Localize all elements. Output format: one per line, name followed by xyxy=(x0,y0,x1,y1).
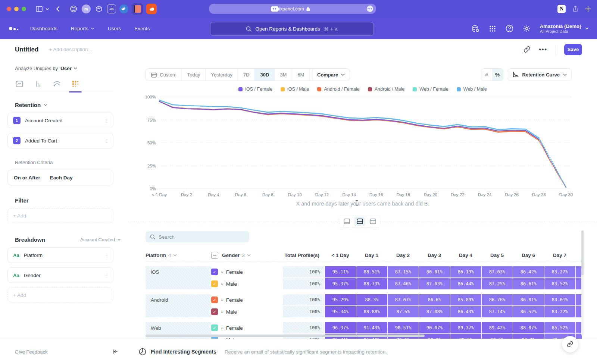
series-checkbox[interactable]: ✓ xyxy=(211,308,218,315)
retention-cell[interactable]: 90.07% xyxy=(419,322,450,333)
retention-cell[interactable]: 90.51% xyxy=(388,322,419,333)
retention-cell[interactable]: 83.01% xyxy=(544,294,575,305)
more-options-icon[interactable]: ⋮ xyxy=(104,273,109,278)
mixpanel-logo[interactable] xyxy=(9,27,18,30)
gender-cell[interactable]: ✓›Male xyxy=(211,306,283,317)
project-switcher[interactable]: Amazonia {Demo} All Project Data xyxy=(540,23,589,34)
criteria-on-or-after[interactable]: On or After xyxy=(14,175,40,181)
series-checkbox[interactable]: ✓ xyxy=(211,324,218,331)
range-6m[interactable]: 6M xyxy=(292,69,310,81)
save-button[interactable]: Save xyxy=(564,44,582,55)
more-options-icon[interactable]: ⋮ xyxy=(104,138,109,144)
browser-address-bar[interactable]: ●● mixpanel.com ••• xyxy=(209,4,376,14)
extensions-menu-icon[interactable]: ••• xyxy=(367,6,373,12)
m-app-icon[interactable]: m xyxy=(82,4,91,13)
split-view-button[interactable] xyxy=(354,217,365,226)
retention-cell[interactable]: 95.11% xyxy=(325,266,356,277)
retention-cell[interactable]: 88.51% xyxy=(356,266,387,277)
retention-cell[interactable]: 87.07% xyxy=(388,294,419,305)
more-options-icon[interactable]: ⋮ xyxy=(104,252,109,258)
gender-column-header[interactable]: Gender3 xyxy=(211,252,283,259)
platform-cell[interactable]: Android xyxy=(146,294,211,317)
retention-cell[interactable]: 88.88% xyxy=(356,306,387,317)
retention-section-header[interactable]: Retention xyxy=(15,102,121,108)
gender-cell[interactable]: ✓›Female xyxy=(211,266,283,277)
retention-step-1[interactable]: 1Account Created⋮ xyxy=(7,113,113,128)
retention-cell[interactable]: 86.61% xyxy=(513,278,544,289)
retention-cell[interactable]: 88.3% xyxy=(356,294,387,305)
day-column-header[interactable]: Day 4 xyxy=(450,252,481,258)
retention-cell[interactable]: 89.5% xyxy=(450,334,481,339)
total-profiles-column-header[interactable]: Total Profile(s) xyxy=(283,252,325,258)
retention-cell[interactable]: 86.76% xyxy=(482,294,513,305)
day-column-header[interactable]: Day 1 xyxy=(356,252,387,258)
data-management-icon[interactable] xyxy=(471,25,479,33)
retention-cell[interactable]: 86.44% xyxy=(450,278,481,289)
day-column-header[interactable]: Day 5 xyxy=(481,252,513,258)
range-7d[interactable]: 7D xyxy=(238,69,255,81)
nav-link-events[interactable]: Events xyxy=(134,26,150,31)
chart-only-view-button[interactable] xyxy=(341,217,352,226)
range-today[interactable]: Today xyxy=(182,69,206,81)
platform-cell[interactable]: iOS xyxy=(146,266,211,289)
day-column-header[interactable]: Day 2 xyxy=(387,252,419,258)
retention-cell[interactable]: 86.81% xyxy=(419,266,450,277)
gender-cell[interactable]: ✓›Male xyxy=(211,278,283,289)
find-interesting-segments-button[interactable]: Find Interesting Segments xyxy=(151,349,216,355)
nav-link-users[interactable]: Users xyxy=(108,26,121,31)
legend-item[interactable]: Android / Male xyxy=(368,87,405,92)
range-30d[interactable]: 30D xyxy=(255,69,275,81)
add-filter-button[interactable]: + Add xyxy=(7,208,113,223)
retention-cell[interactable]: 88.73% xyxy=(356,278,387,289)
select-all-checkbox[interactable] xyxy=(211,252,218,259)
tab-retention[interactable] xyxy=(71,79,80,88)
legend-item[interactable]: iOS / Male xyxy=(281,87,309,92)
day-column-header[interactable]: < 1 Day xyxy=(325,252,356,258)
retention-cell[interactable]: 83.22% xyxy=(544,306,575,317)
share-icon[interactable] xyxy=(572,6,578,12)
minimize-window-button[interactable] xyxy=(14,7,19,11)
expand-row-icon[interactable]: › xyxy=(221,282,223,286)
retention-cell[interactable]: 87.5% xyxy=(388,306,419,317)
retention-step-2[interactable]: 2Added To Cart⋮ xyxy=(7,133,113,148)
series-checkbox[interactable]: ✓ xyxy=(211,269,218,275)
retention-line-chart[interactable]: 100%75%50%25%0%< 1 DayDay 2Day 4Day 6Day… xyxy=(146,92,582,204)
collapse-sidebar-icon[interactable] xyxy=(112,349,118,354)
nav-link-dashboards[interactable]: Dashboards xyxy=(30,26,57,31)
retention-cell[interactable]: 88.2% xyxy=(513,334,544,339)
close-window-button[interactable] xyxy=(7,7,11,11)
gender-cell[interactable]: ✓›Female xyxy=(211,294,283,305)
retention-cell[interactable]: 86.01% xyxy=(513,294,544,305)
add-description-field[interactable]: + Add description... xyxy=(49,47,92,52)
retention-cell[interactable]: 96.37% xyxy=(325,322,356,333)
retention-cell[interactable]: 87.14% xyxy=(482,306,513,317)
nav-link-reports[interactable]: Reports xyxy=(71,26,94,31)
bird-app-icon[interactable] xyxy=(119,4,128,13)
give-feedback-link[interactable]: Give Feedback xyxy=(15,349,47,355)
retention-cell[interactable]: 86.6% xyxy=(419,294,450,305)
new-tab-icon[interactable] xyxy=(585,6,591,12)
apps-grid-icon[interactable] xyxy=(488,25,497,33)
table-search-input[interactable]: Search xyxy=(146,231,249,242)
tab-flows[interactable] xyxy=(52,79,61,88)
breakdown-item-platform[interactable]: AaPlatform⋮ xyxy=(7,247,113,263)
range-3m[interactable]: 3M xyxy=(275,69,292,81)
retention-cell[interactable]: 87.46% xyxy=(388,278,419,289)
retention-cell[interactable]: 89.42% xyxy=(482,322,513,333)
help-icon[interactable] xyxy=(506,25,514,33)
report-title[interactable]: Untitled xyxy=(15,46,38,53)
expand-row-icon[interactable]: › xyxy=(221,310,223,314)
retention-cell[interactable]: 89.37% xyxy=(450,322,481,333)
retention-cell[interactable]: 86.42% xyxy=(513,266,544,277)
platform-column-header[interactable]: Platform4 xyxy=(146,252,211,258)
day-column-header[interactable]: Day 7 xyxy=(544,252,575,258)
range-yesterday[interactable]: Yesterday xyxy=(206,69,238,81)
retention-cell[interactable]: 87.15% xyxy=(388,266,419,277)
notebook-app-icon[interactable] xyxy=(132,3,143,15)
cube-app-icon[interactable] xyxy=(94,4,104,14)
retention-cell[interactable]: 83.52% xyxy=(544,278,575,289)
expand-row-icon[interactable]: › xyxy=(221,298,223,302)
notion-extension-icon[interactable]: N xyxy=(557,5,566,13)
series-checkbox[interactable]: ✓ xyxy=(211,296,218,303)
breakdown-scope-selector[interactable]: Account Created xyxy=(80,237,121,242)
